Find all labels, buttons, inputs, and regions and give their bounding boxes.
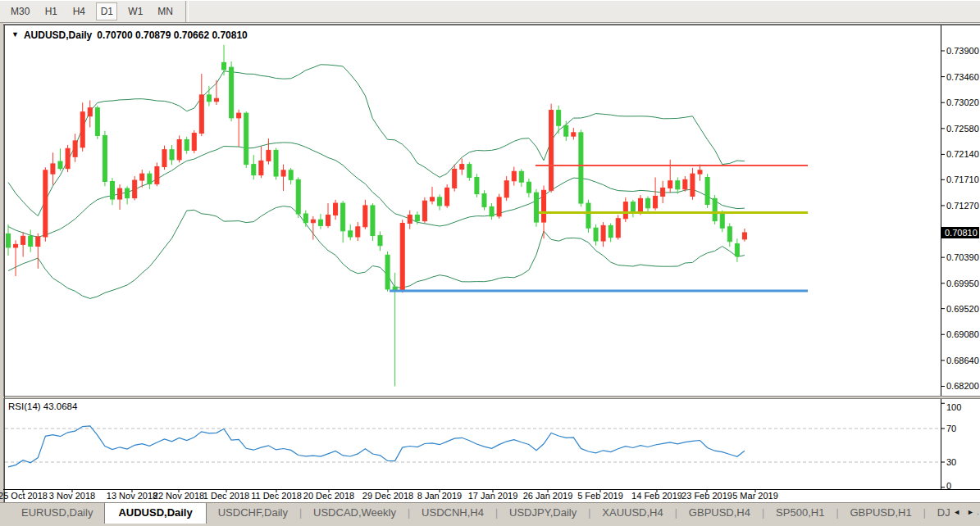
candle — [720, 214, 724, 228]
candle — [140, 174, 144, 180]
candle — [623, 202, 627, 219]
candle — [199, 95, 203, 134]
tab-usdchf-daily[interactable]: USDCHF,Daily — [207, 503, 299, 523]
price-axis-label: 0.69950 — [946, 279, 979, 288]
candle — [318, 220, 322, 225]
chart-canvas[interactable]: 0.739000.734600.730200.725800.721400.717… — [0, 23, 980, 502]
candle — [572, 133, 576, 136]
candle — [281, 170, 285, 176]
candle — [118, 188, 122, 199]
tab-scroll-left-icon[interactable]: ◄ — [953, 508, 960, 516]
tab-usdcnh-h4[interactable]: USDCNH,H4 — [410, 503, 495, 523]
candle — [311, 220, 315, 223]
price-axis-label: 0.72140 — [946, 149, 979, 159]
candle — [631, 202, 635, 213]
timeframe-button-d1[interactable]: D1 — [96, 2, 117, 20]
candle — [526, 182, 531, 193]
candle — [192, 134, 196, 151]
candle — [267, 150, 271, 161]
candle — [727, 227, 732, 242]
timeframe-button-h1[interactable]: H1 — [40, 2, 62, 20]
candle — [705, 177, 709, 204]
chart-window-background — [3, 23, 980, 502]
chart-symbol-label: AUDUSD,Daily — [24, 29, 92, 41]
candle — [88, 108, 92, 116]
candle — [668, 181, 672, 188]
candle — [549, 111, 554, 191]
date-axis-label: 23 Feb 2019 — [681, 491, 732, 501]
candle — [430, 197, 434, 201]
candle — [467, 165, 472, 178]
candle — [133, 180, 137, 198]
candle — [378, 236, 382, 246]
tab-scroll-right-icon[interactable]: ► — [967, 508, 974, 516]
toolbar-divider — [185, 1, 189, 22]
candle — [616, 219, 620, 238]
candle — [222, 62, 226, 70]
candle — [594, 228, 598, 241]
symbol-dropdown-icon[interactable]: ▼ — [11, 30, 19, 39]
tab-usdcad-weekly[interactable]: USDCAD,Weekly — [302, 503, 408, 523]
rsi-axis-label: 30 — [946, 457, 956, 467]
candle — [259, 161, 263, 175]
candle — [497, 197, 501, 216]
candle — [21, 236, 25, 244]
tab-audusd-daily[interactable]: AUDUSD,Daily — [104, 502, 206, 524]
price-axis-label: 0.73900 — [946, 46, 979, 56]
chart-tab-bar: EURUSD,DailyAUDUSD,DailyUSDCHF,Daily|USD… — [0, 502, 980, 526]
candle — [356, 227, 360, 237]
date-axis-label: 8 Jan 2019 — [417, 491, 462, 501]
candle — [422, 201, 426, 220]
tab-eurusd-daily[interactable]: EURUSD,Daily — [10, 503, 104, 523]
date-axis-label: 26 Jan 2019 — [523, 491, 573, 501]
candle — [296, 179, 300, 214]
date-axis-label: 5 Mar 2019 — [732, 491, 778, 501]
candle — [363, 206, 367, 227]
timeframe-button-mn[interactable]: MN — [153, 2, 177, 20]
candle — [490, 206, 494, 215]
candle — [371, 206, 375, 236]
candle — [207, 95, 211, 102]
rsi-axis-label: 70 — [946, 424, 956, 433]
timeframe-button-m30[interactable]: M30 — [7, 2, 34, 20]
tab-sp500-h1[interactable]: SP500,H1 — [764, 503, 836, 523]
candle — [654, 196, 658, 207]
candle — [735, 244, 739, 256]
candle — [676, 181, 680, 189]
tab-gbpusd-h1[interactable]: GBPUSD,H1 — [839, 503, 923, 523]
date-axis-label: 25 Oct 2018 — [0, 491, 48, 501]
price-axis-label: 0.73460 — [946, 72, 979, 82]
candle — [646, 198, 650, 207]
candle — [557, 111, 561, 126]
date-axis-label: 17 Jan 2019 — [468, 491, 518, 501]
candle — [303, 214, 308, 223]
candle — [58, 161, 62, 169]
timeframe-button-h4[interactable]: H4 — [68, 2, 89, 20]
date-axis-label: 29 Dec 2018 — [362, 491, 413, 501]
candle — [460, 165, 464, 170]
date-axis-label: 1 Dec 2018 — [203, 491, 249, 501]
tab-usdjpy-daily[interactable]: USDJPY,Daily — [498, 503, 588, 523]
candle — [475, 177, 479, 193]
price-axis-label: 0.71270 — [946, 201, 979, 211]
candle — [609, 225, 613, 237]
candle — [170, 150, 174, 160]
candle — [393, 287, 397, 290]
date-axis-label: 11 Dec 2018 — [251, 491, 302, 501]
price-axis-label: 0.70390 — [946, 252, 979, 262]
candle — [385, 255, 390, 289]
candle — [534, 193, 538, 222]
timeframe-button-w1[interactable]: W1 — [124, 2, 147, 20]
candle — [43, 170, 48, 237]
candle — [482, 194, 486, 207]
candle — [638, 198, 642, 212]
tab-xauusd-h4[interactable]: XAUUSD,H4 — [590, 503, 674, 523]
candle — [400, 223, 404, 289]
candle — [519, 171, 523, 182]
chart-window-title: ▼ AUDUSD,Daily 0.70700 0.70879 0.70662 0… — [11, 29, 248, 41]
candle — [438, 197, 442, 206]
candle — [177, 139, 181, 159]
candle — [36, 237, 40, 246]
tab-gbpusd-h4[interactable]: GBPUSD,H4 — [677, 503, 762, 523]
candle — [349, 231, 353, 237]
